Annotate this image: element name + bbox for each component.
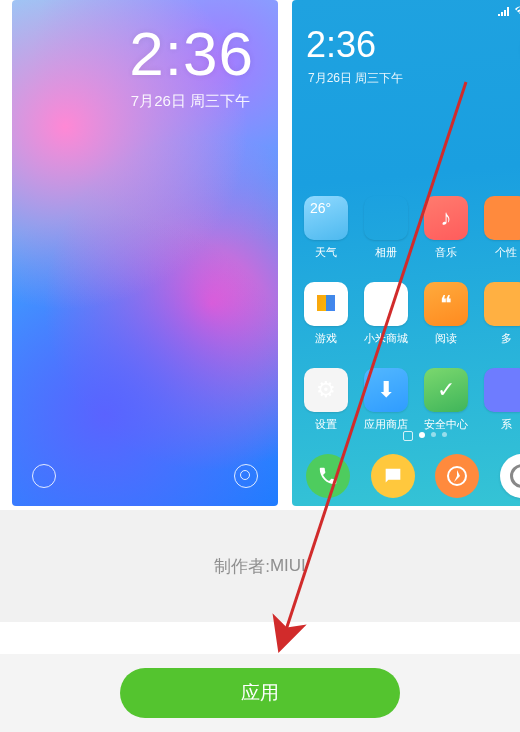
app-label: 应用商店	[364, 417, 408, 432]
app-label: 安全中心	[424, 417, 468, 432]
lockscreen-left-icon	[32, 464, 56, 488]
app-edge-1[interactable]: 个性	[476, 196, 520, 260]
store-icon: ⌂	[364, 282, 408, 326]
homescreen-time: 2:36	[306, 24, 376, 66]
app-label: 个性	[495, 245, 517, 260]
app-edge-2[interactable]: 多	[476, 282, 520, 346]
app-label: 多	[501, 331, 512, 346]
credit-strip: 制作者: MIUI	[0, 510, 520, 622]
app-icon	[484, 196, 520, 240]
app-label: 音乐	[435, 245, 457, 260]
phone-icon[interactable]	[306, 454, 350, 498]
app-weather[interactable]: 26° 天气	[296, 196, 356, 260]
status-bar	[498, 6, 520, 16]
credit-value: MIUI	[270, 556, 306, 576]
music-icon: ♪	[424, 196, 468, 240]
apply-button[interactable]: 应用	[120, 668, 400, 718]
app-appstore[interactable]: ⬇ 应用商店	[356, 368, 416, 432]
app-label: 游戏	[315, 331, 337, 346]
wifi-icon	[514, 6, 520, 16]
messages-icon[interactable]	[371, 454, 415, 498]
app-icon	[484, 368, 520, 412]
credit-prefix: 制作者:	[214, 555, 270, 578]
homescreen-preview[interactable]: 2:36 7月26日 周三下午 26° 天气 相册 ♪ 音乐 个性	[292, 0, 520, 506]
weather-icon: 26°	[304, 196, 348, 240]
page-indicator	[292, 432, 520, 442]
app-mistore[interactable]: ⌂ 小米商城	[356, 282, 416, 346]
app-reader[interactable]: ❝ 阅读	[416, 282, 476, 346]
app-grid: 26° 天气 相册 ♪ 音乐 个性 游戏 ⌂ 小米商城	[296, 196, 520, 432]
app-label: 小米商城	[364, 331, 408, 346]
browser-icon[interactable]	[435, 454, 479, 498]
app-games[interactable]: 游戏	[296, 282, 356, 346]
shield-icon: ✓	[424, 368, 468, 412]
dock	[292, 454, 520, 498]
lockscreen-date: 7月26日 周三下午	[131, 92, 250, 111]
lockscreen-preview[interactable]: 2:36 7月26日 周三下午	[12, 0, 278, 506]
reader-icon: ❝	[424, 282, 468, 326]
app-label: 阅读	[435, 331, 457, 346]
camera-icon[interactable]	[500, 454, 520, 498]
app-security[interactable]: ✓ 安全中心	[416, 368, 476, 432]
bottom-bar: 应用	[0, 654, 520, 732]
app-gallery[interactable]: 相册	[356, 196, 416, 260]
apply-button-label: 应用	[241, 680, 279, 706]
camera-icon	[234, 464, 258, 488]
app-icon	[484, 282, 520, 326]
appstore-icon: ⬇	[364, 368, 408, 412]
app-music[interactable]: ♪ 音乐	[416, 196, 476, 260]
gallery-icon	[364, 196, 408, 240]
app-label: 天气	[315, 245, 337, 260]
app-label: 系	[501, 417, 512, 432]
app-label: 设置	[315, 417, 337, 432]
gear-icon: ⚙	[304, 368, 348, 412]
lockscreen-time: 2:36	[129, 18, 254, 89]
app-label: 相册	[375, 245, 397, 260]
app-edge-3[interactable]: 系	[476, 368, 520, 432]
play-icon	[304, 282, 348, 326]
homescreen-date: 7月26日 周三下午	[308, 70, 403, 87]
signal-icon	[498, 6, 510, 16]
app-settings[interactable]: ⚙ 设置	[296, 368, 356, 432]
